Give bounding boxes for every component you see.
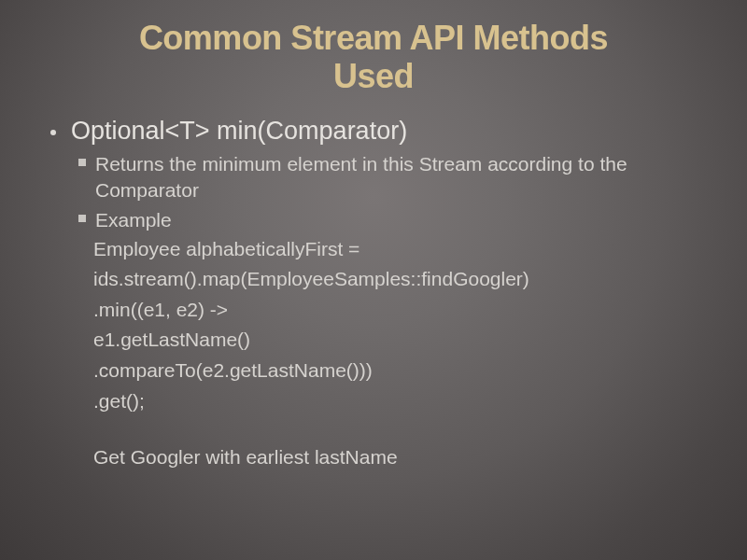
title-line-2: Used [333, 57, 414, 95]
code-line: e1.getLastName() [93, 325, 702, 356]
sub2-text: Example [95, 207, 172, 233]
bullet-square-icon [78, 215, 86, 222]
bullet-level2: Returns the minimum element in this Stre… [78, 151, 702, 204]
code-line: .min((e1, e2) -> [93, 295, 702, 326]
bullet-level1: Optional<T> min(Comparator) [50, 117, 702, 146]
code-line: .compareTo(e2.getLastName())) [93, 356, 702, 386]
bullet1-text: Optional<T> min(Comparator) [71, 117, 407, 146]
code-line: .get(); [93, 386, 702, 417]
code-block: Employee alphabeticallyFirst = ids.strea… [93, 234, 702, 473]
slide: Common Stream API Methods Used Optional<… [0, 0, 747, 473]
bullet-level2: Example [78, 207, 702, 233]
title-line-1: Common Stream API Methods [139, 19, 608, 57]
bullet-dot-icon [50, 130, 56, 135]
sub1-text: Returns the minimum element in this Stre… [95, 151, 702, 204]
bullet-square-icon [78, 159, 86, 166]
code-line: Employee alphabeticallyFirst = [93, 234, 702, 265]
page-title: Common Stream API Methods Used [45, 19, 702, 96]
note-line: Get Googler with earliest lastName [93, 442, 702, 473]
spacer [93, 416, 702, 442]
code-line: ids.stream().map(EmployeeSamples::findGo… [93, 264, 702, 295]
